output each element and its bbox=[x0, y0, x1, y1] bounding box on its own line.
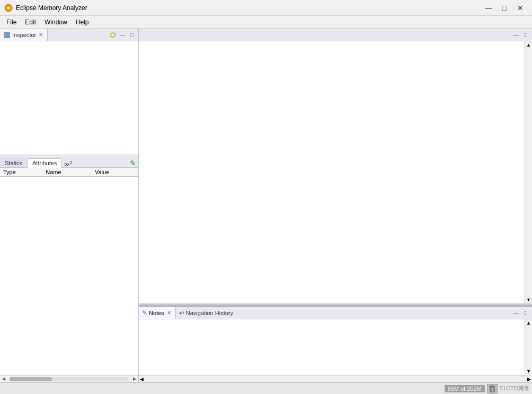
notes-tab-close[interactable]: ✕ bbox=[166, 310, 172, 316]
pin-button[interactable]: ✎ bbox=[130, 159, 138, 167]
right-minimize-button[interactable]: — bbox=[512, 31, 520, 39]
h-scroll-area[interactable]: ◀ ▶ bbox=[0, 375, 138, 382]
bottom-content-row: ▲ ▼ bbox=[139, 319, 532, 375]
memory-usage: 85M of 252M bbox=[445, 385, 485, 392]
notes-tab[interactable]: ✎ Notes ✕ bbox=[139, 307, 176, 319]
h-scroll-track[interactable] bbox=[10, 377, 129, 381]
nav-history-icon: ↩ bbox=[179, 309, 184, 317]
overflow-label: ≫2 bbox=[64, 160, 72, 167]
right-maximize-button[interactable]: □ bbox=[521, 31, 530, 39]
bottom-h-scroll[interactable]: ◀ ▶ bbox=[139, 375, 532, 382]
gc-icon bbox=[489, 385, 496, 392]
svg-marker-4 bbox=[110, 35, 111, 37]
title-bar: Eclipse Memory Analyzer — □ ✕ bbox=[0, 0, 532, 16]
bottom-hscroll-left[interactable]: ◀ bbox=[139, 375, 145, 383]
notes-content bbox=[139, 319, 525, 375]
tab-statics[interactable]: Statics bbox=[0, 158, 27, 167]
bottom-tab-bar: ✎ Notes ✕ ↩ Navigation History — □ bbox=[139, 307, 532, 319]
vscroll-down-button[interactable]: ▼ bbox=[525, 296, 532, 303]
svg-marker-3 bbox=[115, 33, 116, 35]
menu-file[interactable]: File bbox=[2, 17, 21, 27]
attributes-table-area: Type Name Value bbox=[0, 168, 138, 375]
nav-history-tab[interactable]: ↩ Navigation History bbox=[176, 307, 236, 319]
window-controls: — □ ✕ bbox=[481, 2, 528, 14]
menu-edit[interactable]: Edit bbox=[21, 17, 40, 27]
menu-bar: File Edit Window Help bbox=[0, 16, 532, 29]
bottom-vscroll-up[interactable]: ▲ bbox=[525, 319, 532, 327]
inspector-minimize-button[interactable]: — bbox=[118, 31, 127, 39]
bottom-hscroll-right[interactable]: ▶ bbox=[526, 375, 532, 383]
minimize-window-button[interactable]: — bbox=[481, 2, 496, 14]
inspector-sync-button[interactable] bbox=[109, 31, 117, 39]
menu-window[interactable]: Window bbox=[40, 17, 72, 27]
menu-help[interactable]: Help bbox=[72, 17, 93, 27]
main-area: i Inspector ✕ — □ bbox=[0, 29, 532, 382]
inspector-panel: i Inspector ✕ — □ bbox=[0, 29, 139, 382]
bottom-maximize-button[interactable]: □ bbox=[521, 309, 530, 317]
sub-tab-bar: Statics Attributes ≫2 ✎ bbox=[0, 155, 138, 168]
app-title: Eclipse Memory Analyzer bbox=[16, 4, 87, 12]
maximize-window-button[interactable]: □ bbox=[497, 2, 512, 14]
right-panel: — □ ▲ ▼ ✎ Notes ✕ bbox=[139, 29, 532, 382]
bottom-vscroll-down[interactable]: ▼ bbox=[525, 368, 532, 375]
nav-history-tab-label: Navigation History bbox=[186, 310, 233, 316]
inspector-tab-close[interactable]: ✕ bbox=[38, 32, 44, 38]
inspector-icon: i bbox=[3, 31, 11, 39]
tab-overflow[interactable]: ≫2 bbox=[62, 160, 74, 167]
inspector-upper-area bbox=[0, 41, 138, 155]
inspector-maximize-button[interactable]: □ bbox=[128, 31, 136, 39]
bottom-vscroll[interactable]: ▲ ▼ bbox=[525, 319, 532, 375]
scroll-left-button[interactable]: ◀ bbox=[0, 375, 7, 383]
inspector-tab-label: Inspector bbox=[12, 32, 36, 38]
col-value: Value bbox=[92, 168, 138, 177]
svg-text:i: i bbox=[5, 33, 6, 38]
scroll-right-button[interactable]: ▶ bbox=[131, 375, 138, 383]
watermark: 51CTO博客 bbox=[500, 384, 530, 392]
tab-attributes[interactable]: Attributes bbox=[28, 158, 61, 168]
gc-button[interactable] bbox=[487, 384, 498, 393]
notes-icon: ✎ bbox=[142, 309, 147, 317]
app-icon bbox=[4, 4, 13, 12]
bottom-minimize-button[interactable]: — bbox=[512, 309, 520, 317]
bottom-tab-controls: — □ bbox=[512, 309, 532, 317]
sync-icon bbox=[109, 31, 117, 39]
inspector-lower-area: Statics Attributes ≫2 ✎ Type Name Value bbox=[0, 155, 138, 382]
svg-rect-5 bbox=[490, 387, 494, 392]
col-type: Type bbox=[0, 168, 42, 177]
right-main-content bbox=[139, 41, 525, 303]
right-tab-bar: — □ bbox=[139, 29, 532, 41]
status-bar: 85M of 252M 51CTO博客 bbox=[0, 382, 532, 394]
bottom-panel: ✎ Notes ✕ ↩ Navigation History — □ ▲ bbox=[139, 306, 532, 382]
inspector-tab[interactable]: i Inspector ✕ bbox=[0, 29, 48, 41]
inspector-tab-bar: i Inspector ✕ — □ bbox=[0, 29, 138, 41]
vscroll-up-button[interactable]: ▲ bbox=[525, 41, 532, 49]
attributes-table: Type Name Value bbox=[0, 168, 138, 177]
right-tab-controls: — □ bbox=[512, 31, 532, 39]
right-content-row: ▲ ▼ bbox=[139, 41, 532, 303]
close-window-button[interactable]: ✕ bbox=[513, 2, 528, 14]
h-scroll-thumb[interactable] bbox=[10, 377, 52, 381]
right-vscroll[interactable]: ▲ ▼ bbox=[525, 41, 532, 303]
inspector-tab-controls: — □ bbox=[109, 31, 138, 39]
notes-tab-label: Notes bbox=[149, 310, 164, 316]
col-name: Name bbox=[42, 168, 92, 177]
